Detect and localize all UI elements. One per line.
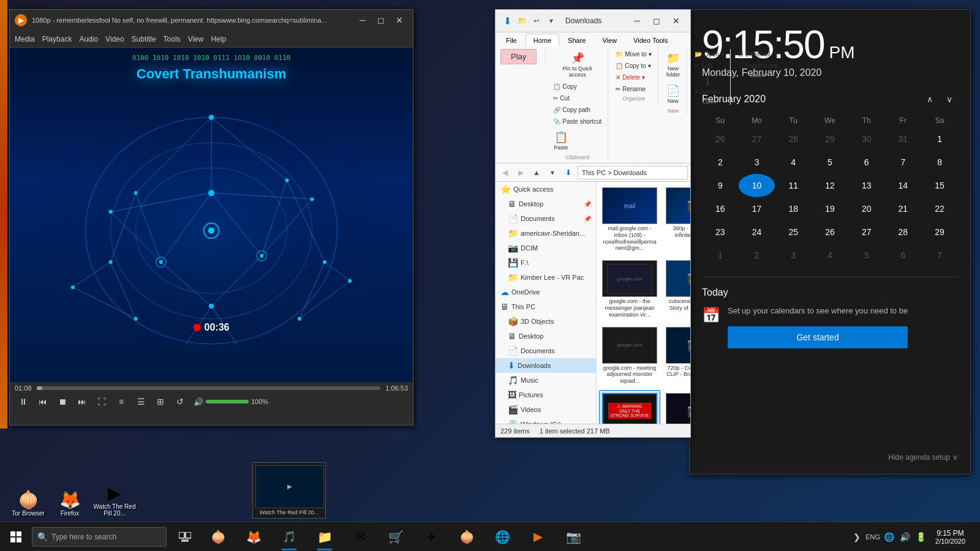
calendar-day-27[interactable]: 27 — [848, 220, 885, 244]
calendar-day-16[interactable]: 16 — [702, 197, 739, 220]
calendar-day-28-other[interactable]: 28 — [775, 127, 812, 151]
vlc-extra-btn[interactable]: ⊞ — [152, 394, 169, 409]
address-path[interactable]: This PC > Downloads — [578, 166, 688, 179]
sidebar-item-desktop2[interactable]: 🖥 Desktop — [496, 329, 596, 343]
nav-up-btn[interactable]: ▲ — [530, 166, 543, 179]
sidebar-item-pictures[interactable]: 🖼 Pictures — [496, 388, 596, 402]
nav-downloads-btn[interactable]: ⬇ — [562, 166, 575, 179]
file-item-7[interactable]: ⚠ WARNINGONLY THESTRONG SURVIVE 1080p - … — [599, 390, 660, 424]
tray-lang-btn[interactable]: ENG — [865, 530, 880, 544]
ribbon-copy-to-btn[interactable]: 📋 Copy to ▾ — [612, 61, 655, 71]
file-item-4[interactable]: 🎬 cutscene Messenge Story of J Arc (Joan — [663, 257, 690, 321]
ribbon-rename-btn[interactable]: ✏ Rename — [612, 84, 649, 94]
calendar-day-22[interactable]: 22 — [921, 197, 958, 220]
vlc-menu-view[interactable]: View — [188, 35, 204, 43]
vlc-menu-audio[interactable]: Audio — [79, 35, 98, 43]
calendar-day-1-other[interactable]: 1 — [702, 244, 739, 267]
taskbar-app-amazon[interactable]: 🛒 — [379, 523, 413, 550]
ribbon-move-to-btn[interactable]: 📁 Move to ▾ — [612, 49, 655, 59]
vlc-minimize-btn[interactable]: ─ — [354, 12, 371, 29]
taskbar-app-browser[interactable]: 🌐 — [485, 523, 519, 550]
calendar-day-26[interactable]: 26 — [812, 220, 848, 244]
vlc-seekbar[interactable] — [37, 386, 381, 390]
vlc-menu-video[interactable]: Video — [105, 35, 124, 43]
sidebar-item-americavr[interactable]: 📁 americavr-Sheridan... — [496, 226, 596, 241]
hide-agenda-btn[interactable]: Hide agenda setup ∨ — [888, 453, 958, 462]
ribbon-paste-shortcut-btn[interactable]: 📎 Paste shortcut — [549, 116, 605, 127]
nav-recent-btn[interactable]: ▾ — [546, 166, 559, 179]
explorer-qa-download-btn[interactable]: ⬇ — [500, 14, 514, 28]
vlc-close-btn[interactable]: ✕ — [391, 12, 408, 29]
file-item-1[interactable]: mail mail.google.com - Inbox (109) - nos… — [599, 184, 660, 255]
calendar-day-18[interactable]: 18 — [775, 197, 812, 220]
calendar-day-3[interactable]: 3 — [739, 151, 775, 174]
vlc-loop-btn[interactable]: ↺ — [172, 394, 189, 409]
calendar-day-30-other[interactable]: 30 — [848, 127, 885, 151]
calendar-day-7-other[interactable]: 7 — [921, 244, 958, 267]
tab-video-tools[interactable]: Video Tools — [625, 34, 676, 47]
taskbar-app-camera[interactable]: 📷 — [556, 523, 590, 550]
vlc-menu-tools[interactable]: Tools — [164, 35, 181, 43]
taskbar-app-tor2[interactable]: 🧅 — [450, 523, 484, 550]
vlc-stop-btn[interactable]: ⏹ — [54, 394, 71, 409]
calendar-day-19[interactable]: 19 — [812, 197, 848, 220]
sidebar-item-quick-access[interactable]: ⭐ Quick access — [496, 182, 596, 197]
taskbar-app-tor[interactable]: 🧅 — [201, 523, 235, 550]
vlc-menu-subtitle[interactable]: Subtitle — [132, 35, 156, 43]
taskbar-start-btn[interactable] — [0, 522, 32, 552]
explorer-qa-folder-btn[interactable]: 📁 — [515, 14, 529, 28]
vlc-restore-btn[interactable]: ◻ — [372, 12, 390, 29]
calendar-day-17[interactable]: 17 — [739, 197, 775, 220]
file-item-6[interactable]: 🎬 720p - Cine Man (18) CLIP - Bra Begs f… — [663, 324, 690, 388]
taskbar-clock[interactable]: 9:15 PM 2/10/2020 — [930, 527, 970, 547]
explorer-close-btn[interactable]: ✕ — [667, 12, 685, 29]
sidebar-item-videos[interactable]: 🎬 Videos — [496, 402, 596, 417]
nav-forward-btn[interactable]: ▶ — [514, 166, 527, 179]
sidebar-item-onedrive[interactable]: ☁ OneDrive — [496, 285, 596, 299]
sidebar-item-downloads[interactable]: ⬇ Downloads — [496, 358, 596, 373]
nav-back-btn[interactable]: ◀ — [498, 166, 511, 179]
sidebar-item-3d-objects[interactable]: 📦 3D Objects — [496, 314, 596, 329]
calendar-day-25[interactable]: 25 — [775, 220, 812, 244]
sidebar-item-windows-c[interactable]: 💿 Windows (C:) — [496, 417, 596, 424]
sidebar-item-documents[interactable]: 📄 Documents 📌 — [496, 211, 596, 226]
sidebar-item-music[interactable]: 🎵 Music — [496, 373, 596, 388]
calendar-day-27-other[interactable]: 27 — [739, 127, 775, 151]
calendar-day-14[interactable]: 14 — [885, 174, 922, 197]
show-desktop-btn[interactable] — [973, 522, 975, 552]
calendar-day-2-other[interactable]: 2 — [739, 244, 775, 267]
file-item-8[interactable]: 🎬 720p - On all time CLIMAX Prestige 2 — [663, 390, 690, 424]
ribbon-edit-btn[interactable]: ✏ Edit — [691, 61, 727, 71]
ribbon-select-all-btn[interactable]: ☑ Select all — [734, 49, 782, 59]
calendar-day-5-other[interactable]: 5 — [848, 244, 885, 267]
calendar-day-21[interactable]: 21 — [885, 197, 922, 220]
ribbon-new-item-btn[interactable]: 📄 New — [662, 81, 684, 107]
sidebar-item-this-pc[interactable]: 🖥 This PC — [496, 299, 596, 314]
file-item-3[interactable]: google.com google.com - the messenger jo… — [599, 257, 660, 321]
explorer-qa-undo-btn[interactable]: ↩ — [530, 14, 543, 28]
calendar-day-4[interactable]: 4 — [775, 151, 812, 174]
tab-view[interactable]: View — [594, 34, 625, 47]
tab-file[interactable]: File — [498, 34, 525, 47]
taskbar-app-vlc2[interactable]: ▶ — [521, 523, 555, 550]
ribbon-paste-btn[interactable]: 📋 Paste — [549, 128, 572, 153]
sidebar-item-documents2[interactable]: 📄 Documents — [496, 343, 596, 358]
vlc-fullscreen-btn[interactable]: ⛶ — [93, 394, 110, 409]
desktop-icon-firefox[interactable]: 🦊 Firefox — [51, 490, 88, 517]
calendar-day-24[interactable]: 24 — [739, 220, 775, 244]
sidebar-item-dcim[interactable]: 📷 DCIM — [496, 241, 596, 255]
ribbon-cut-btn[interactable]: ✂ Cut — [549, 93, 605, 103]
ribbon-properties-btn[interactable]: ℹ Properties — [691, 72, 725, 97]
calendar-day-31-other[interactable]: 31 — [885, 127, 922, 151]
calendar-day-7[interactable]: 7 — [885, 151, 922, 174]
vlc-extended-btn[interactable]: ≡ — [113, 394, 130, 409]
tray-chevron-btn[interactable]: ❯ — [850, 530, 864, 544]
agenda-get-started-btn[interactable]: Get started — [728, 326, 908, 348]
calendar-day-29[interactable]: 29 — [921, 220, 958, 244]
calendar-day-20[interactable]: 20 — [848, 197, 885, 220]
calendar-day-6[interactable]: 6 — [848, 151, 885, 174]
calendar-day-28[interactable]: 28 — [885, 220, 922, 244]
ribbon-select-none-btn[interactable]: ☐ Select none — [734, 61, 782, 71]
explorer-minimize-btn[interactable]: ─ — [628, 12, 646, 29]
file-item-5[interactable]: google.com google.com - meeting adjourne… — [599, 324, 660, 388]
